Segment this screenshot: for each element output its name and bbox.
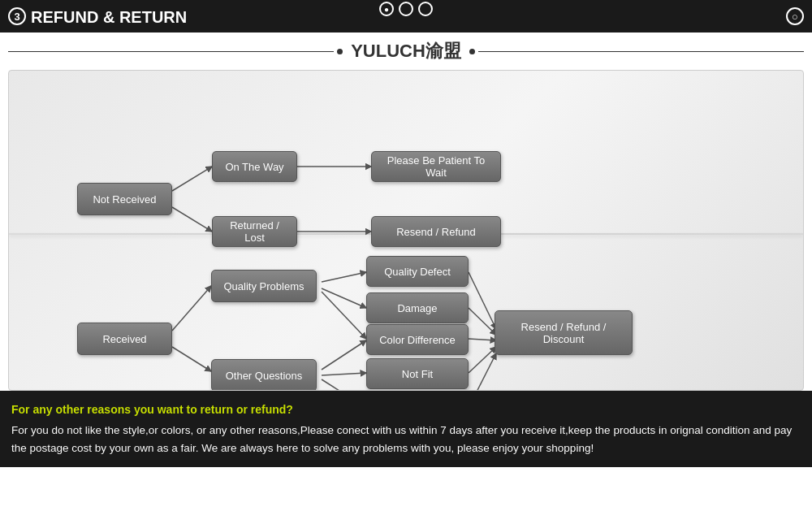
section-number: 3 xyxy=(8,7,26,25)
highlight-text: For any other reasons you want to return… xyxy=(11,401,801,418)
brand-bar: YULUCH渝盟 xyxy=(0,32,812,70)
node-other-questions: Other Questions xyxy=(211,359,317,391)
svg-line-15 xyxy=(469,347,496,373)
node-returned-lost: Returned / Lost xyxy=(212,216,297,247)
svg-line-6 xyxy=(322,272,366,282)
dot-icon-2 xyxy=(399,2,413,16)
svg-line-10 xyxy=(322,373,366,375)
svg-line-0 xyxy=(172,167,212,191)
node-resend-refund: Resend / Refund xyxy=(371,216,501,247)
node-resend-refund-discount: Resend / Refund / Discount xyxy=(495,310,633,355)
svg-line-16 xyxy=(469,353,496,390)
page-title: REFUND & RETURN xyxy=(31,8,187,27)
svg-line-5 xyxy=(172,347,211,371)
header: ● 3 REFUND & RETURN ○ xyxy=(0,0,812,32)
header-left: 3 REFUND & RETURN xyxy=(8,6,187,27)
node-not-received: Not Received xyxy=(77,183,172,215)
svg-line-7 xyxy=(322,288,366,308)
svg-line-1 xyxy=(172,207,212,232)
svg-line-8 xyxy=(322,292,366,339)
body-text: For you do not like the style,or colors,… xyxy=(11,422,801,457)
node-quality-defect: Quality Defect xyxy=(366,256,469,287)
node-not-fit: Not Fit xyxy=(366,358,469,389)
node-quality-problems: Quality Problems xyxy=(211,270,317,302)
node-on-the-way: On The Way xyxy=(212,151,297,182)
node-color-difference: Color Difference xyxy=(366,324,469,355)
svg-line-12 xyxy=(469,272,496,329)
dot-icon-3 xyxy=(418,2,433,16)
svg-line-9 xyxy=(322,340,366,370)
svg-line-14 xyxy=(469,339,496,340)
diagram-container: Not Received On The Way Returned / Lost … xyxy=(8,70,804,391)
node-please-wait: Please Be Patient To Wait xyxy=(371,151,501,182)
dot-icon-1: ● xyxy=(379,2,394,16)
node-damage: Damage xyxy=(366,292,469,323)
svg-line-4 xyxy=(172,286,211,331)
header-icons: ● xyxy=(379,2,433,16)
close-icon[interactable]: ○ xyxy=(786,7,804,25)
node-received: Received xyxy=(77,323,172,355)
svg-line-13 xyxy=(469,308,496,335)
bottom-section: For any other reasons you want to return… xyxy=(0,391,812,467)
brand-name: YULUCH渝盟 xyxy=(351,39,461,63)
svg-line-11 xyxy=(322,379,366,390)
